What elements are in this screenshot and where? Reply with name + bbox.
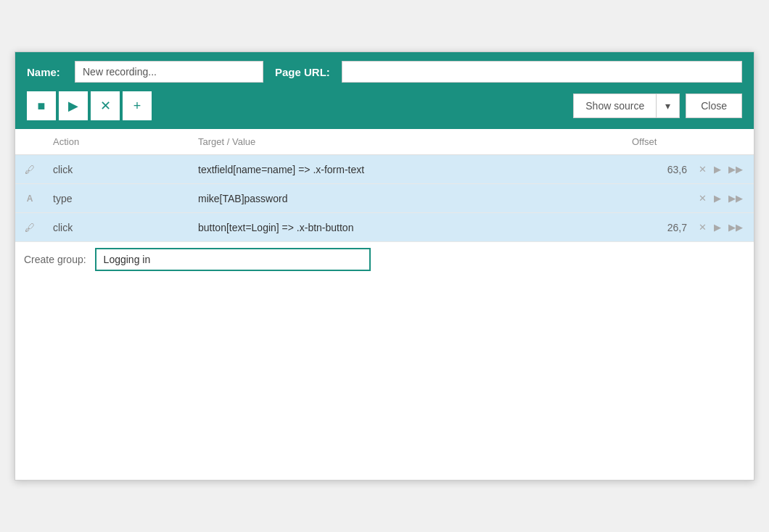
show-source-dropdown-icon[interactable]: ▾: [657, 94, 679, 117]
toolbar-right: Show source ▾ Close: [573, 93, 742, 118]
row-3-offset: 26,7: [623, 215, 696, 241]
type-icon: A: [27, 194, 33, 204]
row-2-icon: A: [15, 186, 44, 211]
show-source-button[interactable]: Show source ▾: [573, 93, 680, 118]
col-header-target: Target / Value: [189, 129, 623, 154]
create-group-input[interactable]: [95, 248, 371, 271]
col-header-controls: [696, 129, 754, 154]
table-row[interactable]: A type mike[TAB]password ✕ ▶ ▶▶: [15, 184, 754, 213]
row-1-target: textfield[name=name] => .x-form-text: [189, 157, 623, 183]
col-header-offset: Offset: [623, 129, 696, 154]
row-3-forward-button[interactable]: ▶▶: [726, 220, 745, 234]
row-1-action: click: [44, 157, 189, 183]
row-1-icon: 🖋: [15, 157, 44, 183]
close-button[interactable]: Close: [686, 93, 742, 118]
header: Name: Page URL: ■ ▶ ✕ + Show source ▾ Cl…: [15, 52, 754, 129]
name-label: Name:: [27, 66, 63, 78]
stop-button[interactable]: ■: [27, 91, 56, 120]
row-1-play-button[interactable]: ▶: [712, 162, 723, 176]
pageurl-input[interactable]: [342, 61, 742, 83]
row-3-play-button[interactable]: ▶: [712, 220, 723, 234]
row-3-target: button[text=Login] => .x-btn-button: [189, 215, 623, 241]
row-2-controls: ✕ ▶ ▶▶: [696, 184, 754, 212]
row-2-action: type: [44, 186, 189, 212]
show-source-label: Show source: [574, 94, 657, 117]
cancel-button[interactable]: ✕: [91, 91, 120, 120]
row-2-play-button[interactable]: ▶: [712, 191, 723, 205]
col-header-icon: [15, 129, 44, 154]
row-2-target: mike[TAB]password: [189, 186, 623, 212]
table-row[interactable]: 🖋 click textfield[name=name] => .x-form-…: [15, 155, 754, 184]
row-1-forward-button[interactable]: ▶▶: [726, 162, 745, 176]
row-1-controls: ✕ ▶ ▶▶: [696, 155, 754, 183]
row-2-delete-button[interactable]: ✕: [696, 191, 709, 205]
mouse-icon-2: 🖋: [25, 222, 35, 233]
row-3-delete-button[interactable]: ✕: [696, 220, 709, 234]
col-header-action: Action: [44, 129, 189, 154]
row-1-offset: 63,6: [623, 157, 696, 183]
create-group-label: Create group:: [24, 254, 86, 265]
row-3-icon: 🖋: [15, 215, 44, 241]
toolbar-row: ■ ▶ ✕ + Show source ▾ Close: [27, 91, 742, 120]
main-window: Name: Page URL: ■ ▶ ✕ + Show source ▾ Cl…: [15, 51, 754, 481]
name-row: Name: Page URL:: [27, 61, 742, 83]
content-area: [15, 277, 754, 480]
create-group-row: Create group:: [15, 242, 754, 277]
row-2-offset: [623, 191, 696, 206]
row-1-delete-button[interactable]: ✕: [696, 162, 709, 176]
name-input[interactable]: [75, 61, 263, 83]
toolbar-left: ■ ▶ ✕ +: [27, 91, 152, 120]
row-3-controls: ✕ ▶ ▶▶: [696, 213, 754, 241]
pageurl-label: Page URL:: [275, 66, 330, 78]
play-button[interactable]: ▶: [59, 91, 88, 120]
add-button[interactable]: +: [123, 91, 152, 120]
table-row[interactable]: 🖋 click button[text=Login] => .x-btn-but…: [15, 213, 754, 242]
table-header: Action Target / Value Offset: [15, 129, 754, 155]
mouse-icon: 🖋: [25, 164, 35, 175]
row-3-action: click: [44, 215, 189, 241]
action-table: Action Target / Value Offset 🖋 click tex…: [15, 129, 754, 277]
row-2-forward-button[interactable]: ▶▶: [726, 191, 745, 205]
